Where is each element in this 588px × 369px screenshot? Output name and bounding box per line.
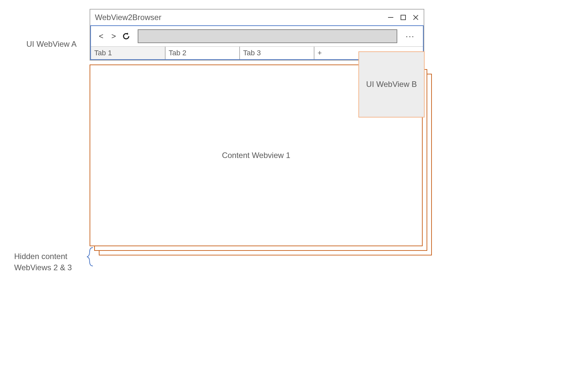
- maximize-button[interactable]: [400, 14, 406, 21]
- tab-1[interactable]: Tab 1: [91, 47, 165, 59]
- more-icon: ···: [406, 31, 415, 41]
- back-icon: <: [99, 32, 103, 41]
- more-options-button[interactable]: ···: [402, 31, 418, 41]
- annotation-hidden-line2: WebViews 2 & 3: [14, 262, 72, 273]
- toolbar: < > ···: [91, 26, 423, 46]
- annotation-hidden-webviews: Hidden content WebViews 2 & 3: [14, 251, 72, 273]
- forward-button[interactable]: >: [108, 31, 119, 42]
- ui-webview-b-region: UI WebView B: [358, 51, 425, 118]
- tab-2[interactable]: Tab 2: [165, 47, 240, 59]
- minimize-button[interactable]: [387, 14, 394, 21]
- window-title: WebView2Browser: [95, 13, 161, 22]
- back-button[interactable]: <: [96, 31, 107, 42]
- svg-rect-1: [401, 15, 406, 20]
- reload-button[interactable]: [121, 31, 132, 42]
- address-bar[interactable]: [138, 29, 397, 43]
- window-controls: [387, 14, 419, 21]
- close-button[interactable]: [412, 14, 419, 21]
- title-bar: WebView2Browser: [90, 10, 424, 25]
- minimize-icon: [388, 14, 394, 20]
- content-webview-1-label: Content Webview 1: [222, 151, 291, 160]
- tab-3[interactable]: Tab 3: [240, 47, 314, 59]
- annotation-hidden-line1: Hidden content: [14, 251, 72, 262]
- forward-icon: >: [111, 32, 116, 41]
- annotation-ui-webview-a: UI WebView A: [26, 40, 77, 49]
- annotation-ui-webview-b: UI WebView B: [366, 80, 417, 89]
- reload-icon: [122, 32, 130, 40]
- close-icon: [413, 15, 418, 20]
- maximize-icon: [401, 15, 406, 20]
